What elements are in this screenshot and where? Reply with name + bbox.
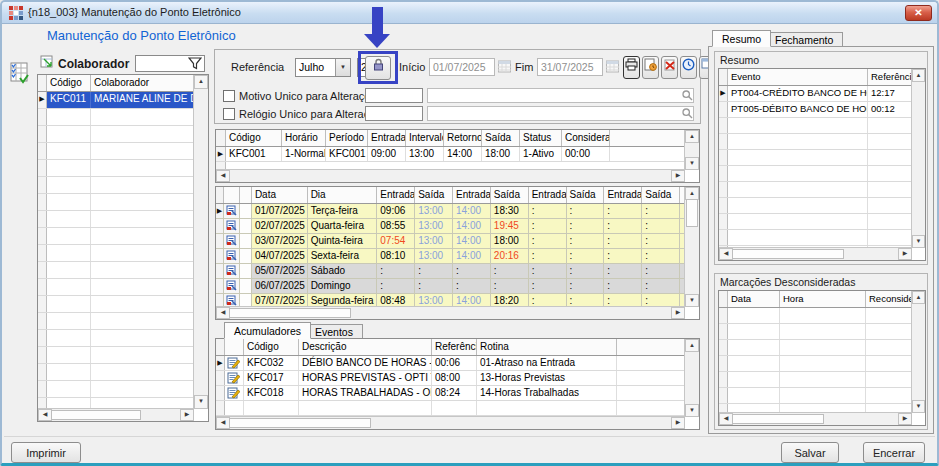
imprimir-button[interactable]: Imprimir — [11, 442, 81, 463]
calendar-icon[interactable] — [606, 60, 619, 73]
column-header[interactable]: Entrada — [604, 187, 642, 203]
column-header[interactable]: Saída — [642, 187, 680, 203]
column-header[interactable]: Entrada — [368, 130, 406, 146]
select-collaborator-icon[interactable] — [40, 55, 54, 69]
motivo-unico-checkbox[interactable] — [223, 90, 235, 102]
edit-marking-icon[interactable] — [224, 219, 240, 233]
column-header[interactable]: Saída — [415, 187, 453, 203]
empty-row — [719, 214, 912, 230]
delete-markings-button[interactable] — [661, 56, 678, 79]
search-icon[interactable] — [682, 108, 693, 119]
column-header[interactable]: Intervalo — [406, 130, 444, 146]
column-header[interactable]: Código — [244, 339, 299, 355]
tab-eventos[interactable]: Eventos — [305, 324, 363, 339]
column-header[interactable]: Referência — [868, 69, 912, 85]
title-bar[interactable]: {n18_003} Manutenção do Ponto Eletrônico… — [2, 2, 937, 24]
tab-resumo[interactable]: Resumo — [712, 30, 771, 47]
salvar-button[interactable]: Salvar — [781, 442, 839, 463]
edit-marking-icon[interactable] — [224, 249, 240, 263]
close-button[interactable]: ✕ — [905, 5, 932, 21]
column-header-colaborador[interactable]: Colaborador — [91, 75, 194, 91]
column-header[interactable]: Retorno — [444, 130, 482, 146]
empty-row — [719, 372, 912, 388]
column-header[interactable]: Dia — [308, 187, 378, 203]
marking-history-button[interactable] — [642, 56, 659, 79]
horizontal-scrollbar[interactable]: ◀ ▶ — [216, 169, 685, 182]
column-header[interactable]: Entrada — [377, 187, 415, 203]
column-header[interactable]: Hora — [780, 291, 866, 307]
column-header[interactable]: Saída — [482, 130, 520, 146]
tab-fechamento[interactable]: Fechamento — [765, 32, 843, 47]
column-header[interactable]: Horário — [282, 130, 326, 146]
column-header[interactable]: Referência — [432, 339, 477, 355]
day-row[interactable]: 03/07/2025Quinta-feira07:5413:0014:0018:… — [216, 234, 685, 249]
start-date-input[interactable]: 01/07/2025 — [429, 58, 495, 76]
schedule-row[interactable]: ▶ KFC001 1-Normal KFC001 09:00 13:00 14:… — [216, 147, 685, 162]
accumulator-row[interactable]: ▶KFC032DÉBIO BANCO DE HORAS - OPTI T00:0… — [216, 356, 685, 371]
encerrar-button[interactable]: Encerrar — [863, 442, 925, 463]
column-header[interactable]: Data — [252, 187, 308, 203]
column-header[interactable]: Data — [728, 291, 780, 307]
column-header[interactable]: Evento — [728, 69, 868, 85]
vertical-scrollbar[interactable]: ▲ ▼ — [193, 75, 208, 409]
filter-funnel-icon[interactable] — [188, 57, 202, 70]
calendar-icon[interactable] — [498, 60, 511, 73]
vertical-scrollbar[interactable]: ▲ ▼ — [684, 130, 699, 170]
tab-acumuladores[interactable]: Acumuladores — [224, 322, 311, 339]
motivo-lookup-input[interactable] — [427, 88, 694, 103]
day-row[interactable]: 02/07/2025Quarta-feira08:5513:0014:0019:… — [216, 219, 685, 234]
column-header[interactable]: Saída — [491, 187, 529, 203]
edit-marking-icon[interactable] — [224, 234, 240, 248]
resumo-row[interactable]: PT005-DÉBITO BANCO DE HORAS 00:12 — [719, 102, 912, 118]
column-header[interactable]: Entrada — [453, 187, 491, 203]
column-header[interactable]: Entrada — [529, 187, 567, 203]
edit-marking-icon[interactable] — [224, 204, 240, 218]
collaborator-row[interactable]: ▶ KFC011 MARIANE ALINE DE DEUS FA — [38, 92, 194, 109]
chevron-down-icon[interactable]: ▼ — [335, 59, 350, 76]
annotation-rectangle — [358, 51, 398, 84]
edit-marking-icon[interactable] — [224, 264, 240, 278]
vertical-scrollbar[interactable]: ▲ ▼ — [911, 291, 925, 413]
clock-button[interactable] — [680, 56, 697, 79]
right-tab-panel: Resumo Evento Referência ▶ PT004-CRÉDITO… — [708, 46, 934, 434]
empty-row — [38, 194, 194, 211]
edit-accumulator-icon[interactable] — [225, 356, 244, 370]
column-header[interactable]: Descrição — [299, 339, 432, 355]
edit-marking-icon[interactable] — [224, 279, 240, 293]
column-header[interactable]: Saída — [567, 187, 605, 203]
resumo-row[interactable]: ▶ PT004-CRÉDITO BANCO DE HORAS 12:17 — [719, 86, 912, 102]
print-button[interactable] — [623, 56, 640, 79]
motivo-code-input[interactable] — [365, 88, 423, 103]
vertical-scrollbar[interactable]: ▲ ▼ — [684, 187, 699, 307]
column-header[interactable]: Considera — [562, 130, 610, 146]
day-row[interactable]: ▶01/07/2025Terça-feira09:0613:0014:0018:… — [216, 204, 685, 219]
edit-accumulator-icon[interactable] — [225, 386, 244, 400]
column-header[interactable]: Status — [520, 130, 562, 146]
column-header-codigo[interactable]: Código — [47, 75, 91, 91]
horizontal-scrollbar[interactable]: ◀ ▶ — [216, 306, 685, 319]
edit-accumulator-icon[interactable] — [225, 371, 244, 385]
vertical-scrollbar[interactable]: ▲ ▼ — [684, 339, 699, 417]
month-combobox[interactable]: Julho ▼ — [295, 58, 351, 77]
horizontal-scrollbar[interactable]: ◀ ▶ — [719, 247, 912, 260]
horizontal-scrollbar[interactable]: ◀ ▶ — [216, 416, 685, 429]
column-header[interactable]: Código — [226, 130, 282, 146]
vertical-scrollbar[interactable]: ▲ ▼ — [911, 69, 925, 248]
search-icon[interactable] — [682, 90, 693, 101]
column-header[interactable]: Período — [326, 130, 368, 146]
relogio-unico-checkbox[interactable] — [223, 108, 235, 120]
column-header[interactable]: Reconsiderar — [866, 291, 912, 307]
empty-row — [38, 279, 194, 296]
accumulator-row[interactable]: KFC017HORAS PREVISTAS - OPTI TECH08:0013… — [216, 371, 685, 386]
accumulator-row[interactable]: KFC018HORAS TRABALHADAS - OPTI TEC08:241… — [216, 386, 685, 401]
day-row[interactable]: 04/07/2025Sexta-feira08:1013:0014:0020:1… — [216, 249, 685, 264]
relogio-code-input[interactable] — [365, 106, 423, 121]
empty-row — [38, 109, 194, 126]
day-row[interactable]: 06/07/2025Domingo:::::::: — [216, 279, 685, 294]
relogio-lookup-input[interactable] — [427, 106, 694, 121]
end-date-input[interactable]: 31/07/2025 — [537, 58, 603, 76]
column-header[interactable]: Rotina — [477, 339, 617, 355]
day-row[interactable]: 05/07/2025Sábado:::::::: — [216, 264, 685, 279]
horizontal-scrollbar[interactable]: ◀ ▶ — [38, 408, 194, 421]
horizontal-scrollbar[interactable]: ◀ ▶ — [719, 412, 912, 425]
